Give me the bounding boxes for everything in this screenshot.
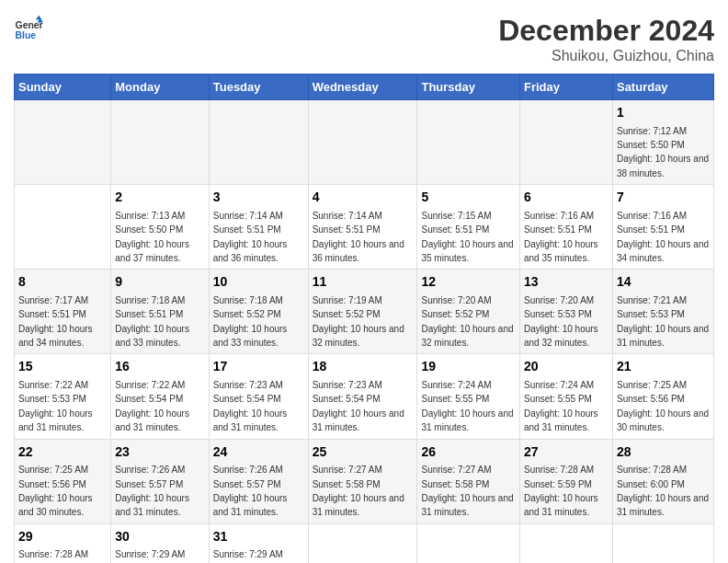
header-saturday: Saturday — [612, 75, 713, 100]
sunrise-info: Sunrise: 7:12 AM — [617, 126, 687, 136]
calendar-cell: 7Sunrise: 7:16 AMSunset: 5:51 PMDaylight… — [612, 185, 713, 270]
day-number: 30 — [115, 528, 204, 546]
sunrise-info: Sunrise: 7:26 AM — [213, 465, 283, 475]
sunrise-info: Sunrise: 7:16 AM — [617, 211, 687, 221]
daylight-info: Daylight: 10 hours and 31 minutes. — [18, 408, 93, 432]
day-number: 20 — [524, 358, 609, 376]
sunset-info: Sunset: 5:55 PM — [421, 394, 489, 404]
daylight-info: Daylight: 10 hours and 33 minutes. — [115, 324, 189, 348]
sunset-info: Sunset: 5:50 PM — [617, 140, 685, 150]
sunset-info: Sunset: 5:55 PM — [524, 394, 592, 404]
sunset-info: Sunset: 5:54 PM — [115, 394, 183, 404]
sunset-info: Sunset: 5:51 PM — [18, 309, 86, 319]
sunrise-info: Sunrise: 7:24 AM — [524, 380, 594, 390]
sunrise-info: Sunrise: 7:23 AM — [213, 380, 283, 390]
header-thursday: Thursday — [417, 75, 520, 100]
day-number: 16 — [115, 358, 204, 376]
daylight-info: Daylight: 10 hours and 31 minutes. — [313, 408, 404, 432]
calendar-cell — [111, 100, 209, 185]
day-number: 21 — [617, 358, 710, 376]
sunset-info: Sunset: 5:58 PM — [313, 479, 381, 489]
calendar-cell: 20Sunrise: 7:24 AMSunset: 5:55 PMDayligh… — [520, 354, 613, 439]
calendar-cell: 30Sunrise: 7:29 AMSunset: 6:01 PMDayligh… — [111, 523, 209, 563]
calendar-cell: 18Sunrise: 7:23 AMSunset: 5:54 PMDayligh… — [308, 354, 417, 439]
calendar-cell: 24Sunrise: 7:26 AMSunset: 5:57 PMDayligh… — [209, 439, 308, 523]
calendar-cell: 14Sunrise: 7:21 AMSunset: 5:53 PMDayligh… — [612, 270, 713, 354]
day-number: 19 — [421, 358, 516, 376]
header-monday: Monday — [111, 75, 209, 100]
day-number: 12 — [421, 273, 516, 292]
sunrise-info: Sunrise: 7:13 AM — [115, 211, 185, 221]
daylight-info: Daylight: 10 hours and 30 minutes. — [18, 493, 93, 517]
day-number: 8 — [18, 273, 107, 292]
calendar-cell: 13Sunrise: 7:20 AMSunset: 5:53 PMDayligh… — [520, 270, 613, 354]
days-header-row: SundayMondayTuesdayWednesdayThursdayFrid… — [15, 75, 714, 100]
calendar-cell — [15, 185, 111, 270]
calendar-cell: 17Sunrise: 7:23 AMSunset: 5:54 PMDayligh… — [209, 354, 308, 439]
calendar-cell: 8Sunrise: 7:17 AMSunset: 5:51 PMDaylight… — [15, 270, 111, 354]
title-area: December 2024 Shuikou, Guizhou, China — [498, 14, 714, 64]
svg-marker-2 — [36, 16, 41, 20]
day-number: 13 — [524, 273, 609, 292]
daylight-info: Daylight: 10 hours and 31 minutes. — [313, 493, 404, 517]
daylight-info: Daylight: 10 hours and 36 minutes. — [213, 239, 288, 263]
day-number: 23 — [115, 443, 204, 462]
daylight-info: Daylight: 10 hours and 31 minutes. — [421, 408, 513, 432]
daylight-info: Daylight: 10 hours and 31 minutes. — [115, 493, 189, 517]
daylight-info: Daylight: 10 hours and 35 minutes. — [421, 239, 513, 263]
calendar-cell: 9Sunrise: 7:18 AMSunset: 5:51 PMDaylight… — [111, 270, 209, 354]
calendar-cell: 3Sunrise: 7:14 AMSunset: 5:51 PMDaylight… — [209, 185, 308, 270]
daylight-info: Daylight: 10 hours and 31 minutes. — [213, 493, 288, 517]
day-number: 6 — [524, 189, 609, 207]
daylight-info: Daylight: 10 hours and 38 minutes. — [617, 154, 709, 178]
daylight-info: Daylight: 10 hours and 32 minutes. — [421, 324, 513, 348]
calendar-cell: 2Sunrise: 7:13 AMSunset: 5:50 PMDaylight… — [111, 185, 209, 270]
sunset-info: Sunset: 5:54 PM — [213, 394, 281, 404]
sunrise-info: Sunrise: 7:20 AM — [421, 295, 491, 305]
daylight-info: Daylight: 10 hours and 31 minutes. — [524, 493, 598, 517]
calendar-cell: 31Sunrise: 7:29 AMSunset: 6:02 PMDayligh… — [209, 523, 308, 563]
day-number: 28 — [617, 443, 710, 462]
sunrise-info: Sunrise: 7:27 AM — [421, 465, 491, 475]
calendar-cell: 22Sunrise: 7:25 AMSunset: 5:56 PMDayligh… — [15, 439, 111, 523]
svg-text:Blue: Blue — [16, 30, 37, 40]
week-row-5: 22Sunrise: 7:25 AMSunset: 5:56 PMDayligh… — [15, 439, 714, 523]
day-number: 10 — [213, 273, 304, 292]
sunset-info: Sunset: 5:51 PM — [313, 224, 381, 235]
logo-icon: General Blue — [14, 14, 43, 43]
daylight-info: Daylight: 10 hours and 32 minutes. — [313, 324, 404, 348]
day-number: 29 — [18, 528, 107, 546]
sunset-info: Sunset: 5:51 PM — [213, 224, 281, 235]
day-number: 31 — [213, 528, 304, 546]
day-number: 26 — [421, 443, 516, 462]
calendar-cell: 27Sunrise: 7:28 AMSunset: 5:59 PMDayligh… — [520, 439, 613, 523]
day-number: 9 — [115, 273, 204, 292]
daylight-info: Daylight: 10 hours and 31 minutes. — [213, 408, 288, 432]
sunset-info: Sunset: 5:50 PM — [115, 224, 183, 235]
daylight-info: Daylight: 10 hours and 31 minutes. — [524, 408, 598, 432]
sunrise-info: Sunrise: 7:20 AM — [524, 295, 594, 305]
sunset-info: Sunset: 5:53 PM — [18, 394, 86, 404]
sunset-info: Sunset: 5:52 PM — [313, 309, 381, 319]
sunset-info: Sunset: 5:51 PM — [617, 224, 685, 235]
calendar-cell: 5Sunrise: 7:15 AMSunset: 5:51 PMDaylight… — [417, 185, 520, 270]
calendar-cell — [417, 100, 520, 185]
daylight-info: Daylight: 10 hours and 31 minutes. — [617, 493, 709, 517]
page-header: General Blue December 2024 Shuikou, Guiz… — [14, 14, 714, 64]
calendar-cell — [520, 523, 613, 563]
calendar-cell: 28Sunrise: 7:28 AMSunset: 6:00 PMDayligh… — [612, 439, 713, 523]
calendar-cell: 10Sunrise: 7:18 AMSunset: 5:52 PMDayligh… — [209, 270, 308, 354]
sunset-info: Sunset: 5:51 PM — [524, 224, 592, 235]
sunset-info: Sunset: 5:54 PM — [313, 394, 381, 404]
day-number: 1 — [617, 104, 710, 122]
header-sunday: Sunday — [15, 75, 111, 100]
logo: General Blue — [14, 14, 43, 43]
sunset-info: Sunset: 5:51 PM — [115, 309, 183, 319]
sunset-info: Sunset: 5:57 PM — [115, 479, 183, 489]
day-number: 4 — [313, 189, 414, 207]
week-row-3: 8Sunrise: 7:17 AMSunset: 5:51 PMDaylight… — [15, 270, 714, 354]
calendar-cell — [612, 523, 713, 563]
daylight-info: Daylight: 10 hours and 31 minutes. — [115, 408, 189, 432]
calendar-cell: 15Sunrise: 7:22 AMSunset: 5:53 PMDayligh… — [15, 354, 111, 439]
header-friday: Friday — [520, 75, 613, 100]
